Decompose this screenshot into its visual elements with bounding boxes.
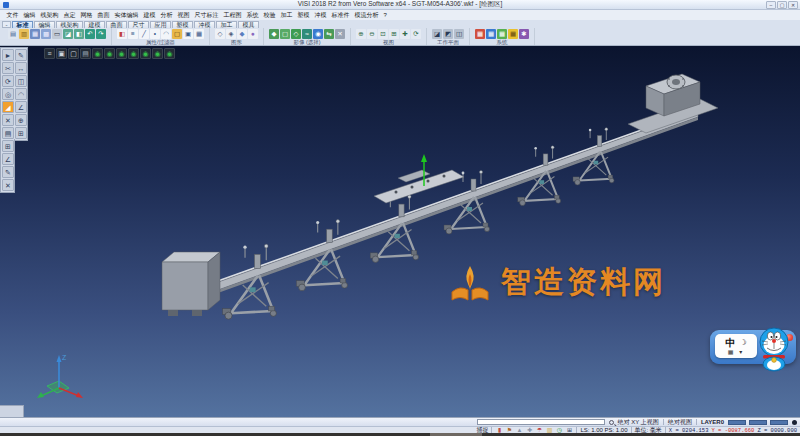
menu-item[interactable]: 文件 — [4, 11, 21, 20]
snap-grid-icon[interactable]: ⊞ — [2, 140, 14, 152]
trim-tool-icon[interactable]: ✂ — [2, 62, 14, 74]
print-icon[interactable]: ▭ — [52, 29, 62, 39]
sketch-tool-icon[interactable]: ✎ — [15, 49, 27, 61]
undo-icon[interactable]: ↶ — [85, 29, 95, 39]
deselect-icon[interactable]: ✕ — [335, 29, 345, 39]
redo-icon[interactable]: ↷ — [96, 29, 106, 39]
menu-item[interactable]: 线架构 — [38, 11, 61, 20]
ribbon-tab[interactable]: 模具 — [238, 21, 259, 28]
workplane-custom-icon[interactable]: ◫ — [454, 29, 464, 39]
minimize-button[interactable]: – — [766, 1, 776, 9]
view-back-icon[interactable]: ◉ — [152, 48, 163, 59]
mirror-tool-icon[interactable]: ◫ — [15, 75, 27, 87]
ribbon-tab[interactable]: 冲模 — [194, 21, 215, 28]
render-wireframe-icon[interactable]: ◇ — [215, 29, 225, 39]
active-layer[interactable]: LAYER0 — [701, 419, 724, 425]
ime-fullhalf-icon[interactable]: ☽ — [739, 339, 746, 347]
ribbon-tab[interactable]: 尺寸 — [128, 21, 149, 28]
zoom-in-icon[interactable]: ⊕ — [356, 29, 366, 39]
attr-linetype-icon[interactable]: ╱ — [139, 29, 149, 39]
system-display-icon[interactable]: ▦ — [475, 29, 485, 39]
ime-language-toggle[interactable]: 中 — [725, 338, 735, 348]
menu-item[interactable]: 加工 — [278, 11, 295, 20]
move-tool-icon[interactable]: ↔ — [15, 62, 27, 74]
open-file-icon[interactable]: ▥ — [19, 29, 29, 39]
workplane-xy-icon[interactable]: ◪ — [432, 29, 442, 39]
fillet-tool-icon[interactable]: ◠ — [15, 88, 27, 100]
filter-all-icon[interactable]: ▦ — [194, 29, 204, 39]
chamfer-tool-icon[interactable]: ◢ — [2, 101, 14, 113]
ribbon-tab[interactable]: 线架构 — [56, 21, 83, 28]
menu-item[interactable]: 实体编辑 — [112, 11, 141, 20]
zoom-tool-icon[interactable]: ⊕ — [15, 114, 27, 126]
ribbon-tab[interactable]: 建模 — [84, 21, 105, 28]
layers-tool-icon[interactable]: ▤ — [2, 127, 14, 139]
menu-item[interactable]: ? — [381, 12, 389, 18]
menu-item[interactable]: 模流分析 — [352, 11, 381, 20]
filter-point-icon[interactable]: • — [150, 29, 160, 39]
workplane-iso-icon[interactable]: ◩ — [443, 29, 453, 39]
zoom-window-icon[interactable]: ⊞ — [389, 29, 399, 39]
menu-item[interactable]: 塑模 — [295, 11, 312, 20]
view-front-icon[interactable]: ◉ — [104, 48, 115, 59]
erase-tool-icon[interactable]: ✕ — [2, 114, 14, 126]
menu-item[interactable]: 工程图 — [221, 11, 244, 20]
ribbon-tab[interactable]: 编辑 — [34, 21, 55, 28]
view-menu-icon[interactable]: ≡ — [44, 48, 55, 59]
ime-pill[interactable]: 中 ☽ ▦ ▾ — [715, 334, 757, 358]
menu-item[interactable]: 分析 — [158, 11, 175, 20]
select-poly-icon[interactable]: ◇ — [291, 29, 301, 39]
filter-solid-icon[interactable]: ▣ — [183, 29, 193, 39]
measure-tool-icon[interactable]: ∠ — [15, 101, 27, 113]
menu-item[interactable]: 点定 — [61, 11, 78, 20]
menu-item[interactable]: 冲模 — [312, 11, 329, 20]
view-shaded-icon[interactable]: ▣ — [56, 48, 67, 59]
view-left-icon[interactable]: ◉ — [128, 48, 139, 59]
export-icon[interactable]: ◧ — [74, 29, 84, 39]
close-button[interactable]: ✕ — [788, 1, 798, 9]
import-icon[interactable]: ◪ — [63, 29, 73, 39]
rotate-view-icon[interactable]: ⟳ — [411, 29, 421, 39]
menu-item[interactable]: 曲面 — [95, 11, 112, 20]
select-single-icon[interactable]: ◆ — [269, 29, 279, 39]
zoom-out-icon[interactable]: ⊖ — [367, 29, 377, 39]
attr-color-icon[interactable]: ◧ — [117, 29, 127, 39]
select-invert-icon[interactable]: ⇆ — [324, 29, 334, 39]
select-window-icon[interactable]: ▢ — [280, 29, 290, 39]
view-top-icon[interactable]: ◉ — [92, 48, 103, 59]
system-options-icon[interactable]: ▦ — [497, 29, 507, 39]
render-hiddenline-icon[interactable]: ◈ — [226, 29, 236, 39]
view-ghost-icon[interactable]: ▤ — [80, 48, 91, 59]
filter-curve-icon[interactable]: ◠ — [161, 29, 171, 39]
view-wireframe-icon[interactable]: ▢ — [68, 48, 79, 59]
menu-item[interactable]: 系统 — [244, 11, 261, 20]
ime-tools-icons[interactable]: ▦ ▾ — [728, 349, 744, 355]
view-bottom-icon[interactable]: ◉ — [164, 48, 175, 59]
save-all-icon[interactable]: ▩ — [41, 29, 51, 39]
select-tool-icon[interactable]: ► — [2, 49, 14, 61]
filter-surface-icon[interactable]: ▢ — [172, 29, 182, 39]
ribbon-tab[interactable]: 曲面 — [106, 21, 127, 28]
menu-item[interactable]: 标准件 — [329, 11, 352, 20]
system-grid-icon[interactable]: ▦ — [508, 29, 518, 39]
menu-item[interactable]: 编辑 — [21, 11, 38, 20]
ribbon-tab[interactable]: 标准 — [12, 21, 33, 28]
menu-item[interactable]: 视图 — [175, 11, 192, 20]
ribbon-tab[interactable]: 加工 — [216, 21, 237, 28]
attr-layer-icon[interactable]: ≡ — [128, 29, 138, 39]
close-panel-icon[interactable]: ✕ — [2, 179, 14, 191]
offset-tool-icon[interactable]: ◎ — [2, 88, 14, 100]
ucs-tool-icon[interactable]: ∠ — [2, 153, 14, 165]
ribbon-tab[interactable]: 应用 — [150, 21, 171, 28]
system-colors-icon[interactable]: ▦ — [486, 29, 496, 39]
menu-item[interactable]: 网格 — [78, 11, 95, 20]
render-material-icon[interactable]: ● — [248, 29, 258, 39]
command-input[interactable] — [477, 419, 605, 425]
menu-item[interactable]: 校验 — [261, 11, 278, 20]
view-right-icon[interactable]: ◉ — [116, 48, 127, 59]
maximize-button[interactable]: ▢ — [777, 1, 787, 9]
render-shaded-icon[interactable]: ◆ — [237, 29, 247, 39]
new-file-icon[interactable]: ▤ — [8, 29, 18, 39]
rotate-tool-icon[interactable]: ⟳ — [2, 75, 14, 87]
annotate-tool-icon[interactable]: ✎ — [2, 166, 14, 178]
